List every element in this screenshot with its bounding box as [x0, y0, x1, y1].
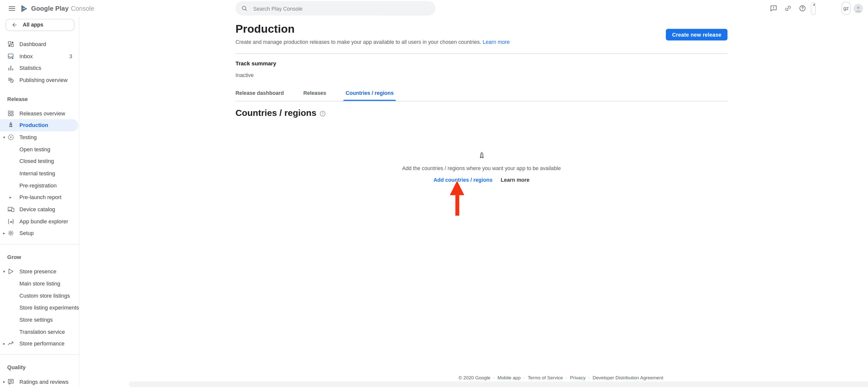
main-area: Production Create and manage production …: [80, 16, 868, 387]
bundle-icon: [7, 217, 14, 225]
chevron-right-icon: ▸: [2, 232, 7, 236]
tab-bar: Release dashboardReleasesCountries / reg…: [235, 90, 727, 102]
sidebar-item-store-listing-experiments[interactable]: Store listing experiments: [0, 302, 79, 314]
dashboard-icon: [7, 40, 14, 48]
footer: © 2020 Google·Mobile app·Terms of Servic…: [315, 375, 807, 380]
sidebar-item-label: Publishing overview: [19, 77, 67, 83]
sidebar-item-testing[interactable]: ▾Testing: [0, 131, 79, 143]
hamburger-icon: [7, 4, 16, 13]
sidebar-item-ratings-and-reviews[interactable]: ▸Ratings and reviews: [0, 376, 79, 387]
sidebar-divider: [0, 354, 79, 355]
hamburger-menu-button[interactable]: [7, 3, 17, 13]
section-heading-row: Countries / regions ?: [235, 108, 727, 118]
tab-releases[interactable]: Releases: [303, 90, 326, 101]
footer-link-terms-of-service[interactable]: Terms of Service: [528, 375, 563, 380]
google-play-console-app: Google Play Console gz All apps Dashboar…: [0, 0, 868, 387]
footer-link-privacy[interactable]: Privacy: [570, 375, 586, 380]
sidebar-item-label: Main store listing: [19, 281, 60, 287]
sidebar-item-production[interactable]: Production: [0, 119, 79, 131]
logo-text-secondary: Console: [71, 5, 94, 12]
sidebar-item-label: Production: [19, 122, 48, 128]
inbox-icon: [7, 52, 14, 60]
sidebar-item-label: Closed testing: [19, 158, 54, 165]
tab-release-dashboard[interactable]: Release dashboard: [235, 90, 284, 101]
empty-state: Add the countries / regions where you wa…: [235, 151, 727, 183]
sidebar: All apps DashboardInbox3StatisticsPublis…: [0, 16, 80, 387]
back-arrow-icon: [11, 22, 18, 28]
section-title: Countries / regions: [235, 108, 316, 118]
arrow-shaft: [455, 195, 459, 216]
app-logo[interactable]: Google Play Console: [20, 4, 94, 13]
copy-link-icon: [784, 4, 792, 12]
sidebar-item-internal-testing[interactable]: Internal testing: [0, 167, 79, 179]
search-bar[interactable]: [235, 1, 435, 15]
learn-more-link[interactable]: Learn more: [483, 39, 509, 45]
sidebar-item-label: Testing: [19, 134, 37, 140]
publishing-icon: [7, 76, 14, 84]
sidebar-item-releases-overview[interactable]: Releases overview: [0, 107, 79, 119]
search-input[interactable]: [252, 5, 430, 12]
sidebar-item-label: Device catalog: [19, 206, 55, 212]
sidebar-item-label: Pre-launch report: [19, 195, 62, 201]
sidebar-item-custom-store-listings[interactable]: Custom store listings: [0, 289, 79, 302]
footer-link-developer-distribution-agreement[interactable]: Developer Distribution Agreement: [593, 375, 663, 380]
divider: [235, 53, 727, 54]
footer-separator: ·: [493, 375, 495, 380]
sidebar-item-label: Releases overview: [19, 110, 65, 116]
sidebar-item-store-performance[interactable]: ▸Store performance: [0, 338, 79, 350]
all-apps-button[interactable]: All apps: [5, 19, 74, 31]
footer-link-mobile-app[interactable]: Mobile app: [497, 375, 521, 380]
sidebar-item-pre-launch-report[interactable]: ▸Pre-launch report: [0, 191, 79, 204]
sidebar-item-label: Custom store listings: [19, 292, 70, 298]
sidebar-item-label: Store performance: [19, 341, 64, 347]
track-summary-value: Inactive: [235, 72, 727, 78]
sidebar-section-header-quality: Quality: [0, 361, 79, 374]
section-help-icon[interactable]: ?: [320, 111, 325, 116]
page-description: Create and manage production releases to…: [235, 38, 727, 45]
copy-link-button[interactable]: [781, 1, 795, 15]
app-thumbnail-icon: [811, 2, 815, 7]
search-icon: [241, 5, 248, 12]
device-icon: [7, 206, 14, 213]
sidebar-sections: DashboardInbox3StatisticsPublishing over…: [0, 38, 79, 387]
sidebar-item-inbox[interactable]: Inbox3: [0, 50, 79, 62]
sidebar-item-label: Store presence: [19, 269, 56, 275]
sidebar-item-closed-testing[interactable]: Closed testing: [0, 155, 79, 167]
sidebar-item-translation-service[interactable]: Translation service: [0, 326, 79, 338]
page-description-text: Create and manage production releases to…: [235, 39, 481, 45]
empty-state-message: Add the countries / regions where you wa…: [235, 165, 727, 171]
sidebar-item-statistics[interactable]: Statistics: [0, 62, 79, 74]
annotation-arrow-up: [450, 181, 464, 216]
sidebar-item-open-testing[interactable]: Open testing: [0, 143, 79, 155]
sidebar-item-app-bundle-explorer[interactable]: App bundle explorer: [0, 215, 79, 227]
avatar-icon: [853, 3, 864, 13]
sidebar-item-dashboard[interactable]: Dashboard: [0, 38, 79, 50]
sidebar-section-header-grow: Grow: [0, 251, 79, 263]
tab-countries-regions[interactable]: Countries / regions: [346, 90, 394, 101]
sidebar-item-store-settings[interactable]: Store settings: [0, 313, 79, 326]
sidebar-item-pre-registration[interactable]: Pre-registration: [0, 179, 79, 191]
sidebar-item-device-catalog[interactable]: Device catalog: [0, 203, 79, 215]
sidebar-item-publishing-overview[interactable]: Publishing overview: [0, 74, 79, 86]
production-icon: [7, 121, 14, 129]
account-chip[interactable]: gz: [841, 2, 851, 15]
sidebar-item-label: Open testing: [19, 146, 50, 152]
chevron-right-icon: ▸: [7, 194, 14, 201]
sidebar-divider: [0, 244, 79, 244]
tab-selected-underline: [343, 100, 396, 101]
content-column: Production Create and manage production …: [235, 22, 727, 183]
sidebar-item-setup[interactable]: ▸Setup: [0, 227, 79, 239]
all-apps-label: All apps: [23, 22, 43, 28]
feedback-button[interactable]: [766, 1, 781, 15]
create-new-release-button[interactable]: Create new release: [666, 29, 727, 40]
footer-separator: ·: [588, 375, 590, 380]
help-button[interactable]: [795, 1, 810, 15]
sidebar-item-label: Translation service: [19, 328, 65, 335]
horizontal-scrollbar[interactable]: [129, 382, 868, 387]
sidebar-item-main-store-listing[interactable]: Main store listing: [0, 278, 79, 290]
footer-separator: ·: [566, 375, 567, 380]
help-icon: [799, 4, 806, 12]
avatar[interactable]: [853, 3, 864, 13]
sidebar-item-store-presence[interactable]: ▾Store presence: [0, 266, 79, 278]
empty-learn-more-link[interactable]: Learn more: [501, 177, 529, 183]
